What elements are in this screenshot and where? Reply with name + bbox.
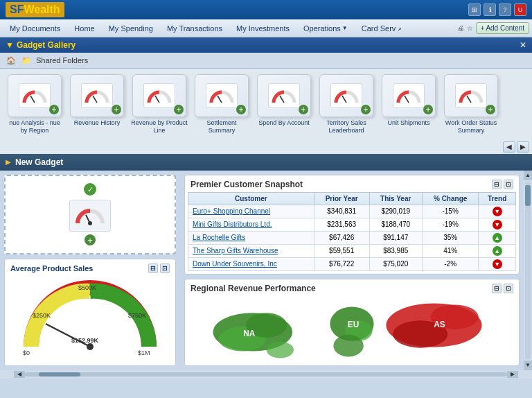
regional-settings-icon[interactable]: ⊟ (492, 284, 502, 293)
customer-table: Customer Prior Year This Year % Change T… (188, 192, 516, 271)
customer-name-cell[interactable]: La Rochelle Gifts (188, 231, 314, 244)
h-scroll-thumb[interactable] (39, 372, 80, 377)
scroll-left-button[interactable]: ◀ (14, 371, 25, 378)
new-gadget-bar[interactable]: ▶ New Gadget (0, 154, 532, 171)
monitor-icon[interactable]: ⊞ (468, 3, 481, 16)
nav-my-documents[interactable]: My Documents (3, 22, 67, 35)
nav-print-icon[interactable]: 🖨 (457, 24, 464, 32)
widget-settings-icon[interactable]: ⊟ (148, 263, 158, 273)
regional-expand-icon[interactable]: ⊡ (504, 284, 513, 293)
gallery-next-button[interactable]: ▶ (517, 141, 529, 153)
gadget-gallery-title: ▼ Gadget Gallery (6, 40, 76, 50)
svg-line-3 (218, 96, 222, 103)
h-scroll-track (25, 372, 507, 377)
horizontal-scrollbar: ◀ ▶ (0, 370, 532, 379)
table-row: Mini Gifts Distributors Ltd. $231,563 $1… (188, 218, 516, 231)
small-gauge-thumb (69, 200, 111, 232)
gadget-grid: + nue Analysis - nue by Region + Revenue… (0, 69, 532, 140)
nav-my-spending[interactable]: My Spending (102, 22, 160, 35)
gadget-item-3[interactable]: + Settlement Summary (193, 74, 251, 135)
svg-point-29 (333, 334, 363, 356)
top-icons: ⊞ ℹ ? U (468, 3, 526, 16)
add-gadget-icon-7[interactable]: + (486, 105, 495, 114)
trend-cell: ▲ (479, 231, 516, 244)
gadget-thumb-0[interactable]: + (8, 74, 62, 117)
nav-operations[interactable]: Operations▼ (296, 22, 355, 35)
gadget-thumb-3[interactable]: + (195, 74, 249, 117)
customer-name-cell[interactable]: The Sharp Gifts Warehouse (188, 244, 314, 257)
add-plus-icon[interactable]: + (85, 234, 96, 245)
add-gadget-icon-1[interactable]: + (112, 105, 121, 114)
gadget-thumb-7[interactable]: + (444, 74, 498, 117)
nav-my-investments[interactable]: My Investments (229, 22, 296, 35)
snapshot-settings-icon[interactable]: ⊟ (492, 180, 502, 189)
scroll-down-button[interactable]: ▼ (524, 361, 532, 370)
top-bar: SFWealth ⊞ ℹ ? U (0, 0, 532, 19)
gadget-label-2: Revenue by Product Line (131, 119, 188, 135)
svg-text:$250K: $250K (33, 312, 51, 319)
nav-right: 🖨 ☆ + Add Content (457, 22, 529, 34)
add-content-button[interactable]: + Add Content (476, 22, 529, 34)
widget-expand-icon[interactable]: ⊡ (160, 263, 170, 273)
gadget-item-4[interactable]: + Spend By Account (255, 74, 313, 135)
col-header-trend: Trend (479, 192, 516, 205)
nav-home[interactable]: Home (67, 22, 101, 35)
add-gadget-icon-3[interactable]: + (236, 105, 246, 114)
placeholder-inner: ✓ + (69, 183, 111, 245)
gadget-label-7: Work Order Status Summary (443, 119, 499, 135)
svg-point-11 (87, 343, 94, 350)
gadget-thumb-4[interactable]: + (257, 74, 311, 117)
add-gadget-icon-2[interactable]: + (174, 105, 184, 114)
scroll-right-button[interactable]: ▶ (507, 371, 518, 378)
gadget-item-5[interactable]: + Territory Sales Leaderboard (317, 74, 375, 135)
gadget-item-2[interactable]: + Revenue by Product Line (130, 74, 188, 135)
customer-name-cell[interactable]: Down Under Souvenirs, Inc (188, 257, 314, 270)
plus-icon: + (481, 24, 485, 32)
gallery-prev-button[interactable]: ◀ (503, 141, 515, 153)
logo-wealth: Wealth (24, 3, 60, 15)
gadget-item-0[interactable]: + nue Analysis - nue by Region (6, 74, 64, 135)
external-icon: ↗ (397, 26, 402, 33)
gallery-toolbar: 🏠 📁 Shared Folders (0, 53, 532, 69)
regional-title: Regional Revenue Performance ⊟ ⊡ (188, 282, 516, 296)
user-icon[interactable]: U (514, 3, 526, 16)
add-gadget-icon-5[interactable]: + (361, 105, 371, 114)
folder-icon[interactable]: 📁 (21, 55, 32, 66)
nav-my-transactions[interactable]: My Transactions (160, 22, 229, 35)
snapshot-expand-icon[interactable]: ⊡ (504, 180, 513, 189)
scroll-up-button[interactable]: ▲ (524, 171, 532, 180)
gadget-gallery-header: ▼ Gadget Gallery ✕ (0, 37, 532, 53)
table-row: La Rochelle Gifts $67,426 $91,147 35% ▲ (188, 231, 516, 244)
col-header-prior-year: Prior Year (314, 192, 369, 205)
gadget-item-7[interactable]: + Work Order Status Summary (442, 74, 500, 135)
add-gadget-icon-6[interactable]: + (423, 105, 433, 114)
close-button[interactable]: ✕ (520, 40, 526, 50)
triangle-icon: ▼ (6, 40, 14, 50)
gadget-thumb-2[interactable]: + (132, 74, 186, 117)
gadget-item-1[interactable]: + Revenue History (68, 74, 126, 135)
svg-line-1 (93, 96, 97, 103)
customer-name-cell[interactable]: Euro+ Shopping Channel (188, 205, 314, 218)
nav-bookmark-icon[interactable]: ☆ (467, 24, 473, 32)
logo-sf: SF (10, 3, 24, 15)
nav-card-serv[interactable]: Card Serv↗ (355, 22, 409, 35)
gadget-thumb-1[interactable]: + (70, 74, 124, 117)
widget-icons: ⊟ ⊡ (148, 263, 170, 273)
snapshot-widget: Premier Customer Snapshot ⊟ ⊡ Customer P… (184, 175, 520, 275)
home-icon[interactable]: 🏠 (6, 55, 17, 66)
scroll-thumb[interactable] (525, 185, 531, 206)
pct-change-cell: -19% (422, 218, 479, 231)
svg-point-9 (88, 221, 92, 225)
info-icon[interactable]: ℹ (484, 3, 496, 16)
world-map: NA EU AS (188, 296, 516, 358)
check-icon: ✓ (84, 183, 96, 196)
gadget-label-4: Spend By Account (258, 119, 310, 127)
add-gadget-icon[interactable]: + (49, 105, 59, 114)
add-gadget-icon-4[interactable]: + (299, 105, 308, 114)
gadget-thumb-5[interactable]: + (319, 74, 373, 117)
gadget-thumb-6[interactable]: + (382, 74, 436, 117)
pct-change-cell: 41% (422, 244, 479, 257)
help-icon[interactable]: ? (499, 3, 511, 16)
customer-name-cell[interactable]: Mini Gifts Distributors Ltd. (188, 218, 314, 231)
gadget-item-6[interactable]: + Unit Shipments (380, 74, 438, 135)
